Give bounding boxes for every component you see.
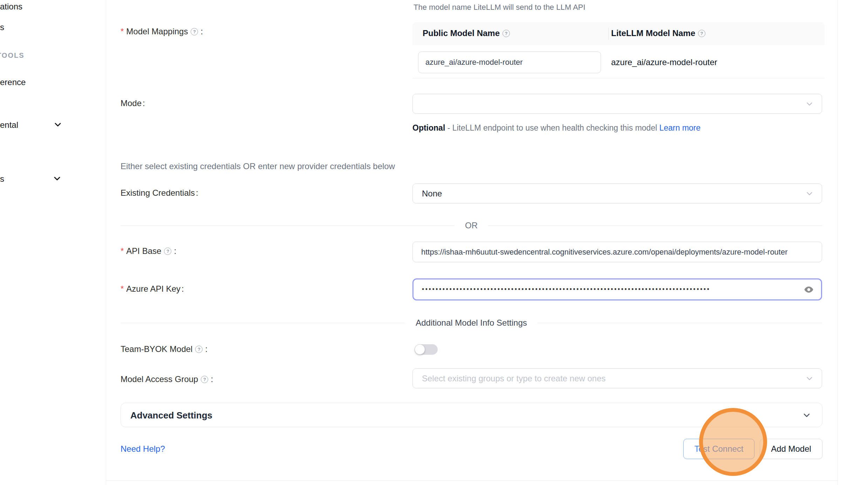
mode-select[interactable] <box>412 94 822 114</box>
credentials-hint: Either select existing credentials OR en… <box>121 161 395 171</box>
litellm-model-name-hint: The model name LiteLLM will send to the … <box>414 3 585 12</box>
question-circle-icon[interactable]: ? <box>201 376 208 383</box>
sidebar-section-tools: TOOLS <box>0 51 25 60</box>
or-divider: OR <box>121 221 822 230</box>
eye-icon[interactable] <box>804 284 814 295</box>
litellm-model-name-header: LiteLLM Model Name ? <box>611 28 707 38</box>
chevron-down-icon[interactable] <box>802 410 812 420</box>
team-byok-toggle[interactable] <box>415 344 438 355</box>
table-row-border <box>412 78 825 78</box>
question-circle-icon[interactable]: ? <box>698 30 705 37</box>
public-model-name-input[interactable] <box>418 51 601 73</box>
test-connect-button[interactable]: Test Connect <box>683 439 754 459</box>
sidebar-item-reference[interactable]: erence <box>0 77 26 87</box>
question-circle-icon[interactable]: ? <box>195 346 203 353</box>
azure-api-key-input[interactable] <box>414 286 799 293</box>
sidebar-item-1[interactable]: s <box>0 22 4 32</box>
api-base-label: * API Base ? : <box>121 246 176 256</box>
chevron-down-icon <box>805 99 814 109</box>
question-circle-icon[interactable]: ? <box>164 248 171 255</box>
required-mark: * <box>121 246 124 256</box>
content-right-divider <box>838 0 838 485</box>
additional-info-divider: Additional Model Info Settings <box>121 318 822 328</box>
sidebar-divider <box>106 0 106 485</box>
api-base-input[interactable] <box>412 242 822 262</box>
select-placeholder: Select existing groups or type to create… <box>422 374 606 383</box>
question-circle-icon[interactable]: ? <box>503 30 510 37</box>
chevron-down-icon <box>805 374 814 383</box>
chevron-down-icon[interactable] <box>52 174 62 183</box>
azure-api-key-label: * Azure API Key : <box>121 284 184 294</box>
required-mark: * <box>121 27 124 36</box>
advanced-settings-title: Advanced Settings <box>130 410 212 421</box>
model-access-group-select[interactable]: Select existing groups or type to create… <box>412 368 822 388</box>
azure-api-key-field <box>412 278 822 300</box>
sidebar-item-experimental[interactable]: ental <box>0 120 18 130</box>
model-access-group-label: Model Access Group ? : <box>121 374 213 384</box>
learn-more-link[interactable]: Learn more <box>659 123 700 132</box>
existing-credentials-select[interactable]: None <box>412 183 822 203</box>
mode-helper-text: Optional - LiteLLM endpoint to use when … <box>412 121 709 135</box>
table-header-separator <box>608 28 609 40</box>
toggle-knob <box>415 345 425 354</box>
sidebar-item-organizations[interactable]: ations <box>0 2 22 12</box>
mode-label: Mode: <box>121 98 145 108</box>
team-byok-label: Team-BYOK Model ? : <box>121 344 207 354</box>
question-circle-icon[interactable]: ? <box>191 28 198 35</box>
litellm-model-name-value: azure_ai/azure-model-router <box>611 57 717 67</box>
need-help-link[interactable]: Need Help? <box>121 444 165 454</box>
public-model-name-header: Public Model Name ? <box>423 28 511 38</box>
chevron-down-icon <box>805 189 814 198</box>
required-mark: * <box>121 284 124 294</box>
sidebar-item-settings[interactable]: s <box>0 174 4 184</box>
add-model-page: ations s TOOLS erence ental s The model … <box>0 0 868 485</box>
advanced-settings-panel[interactable] <box>121 403 822 427</box>
footer-divider <box>106 480 838 481</box>
existing-credentials-label: Existing Credentials: <box>121 188 198 198</box>
chevron-down-icon[interactable] <box>53 120 63 130</box>
add-model-button[interactable]: Add Model <box>760 439 822 459</box>
model-mappings-label: * Model Mappings ? : <box>121 27 203 36</box>
